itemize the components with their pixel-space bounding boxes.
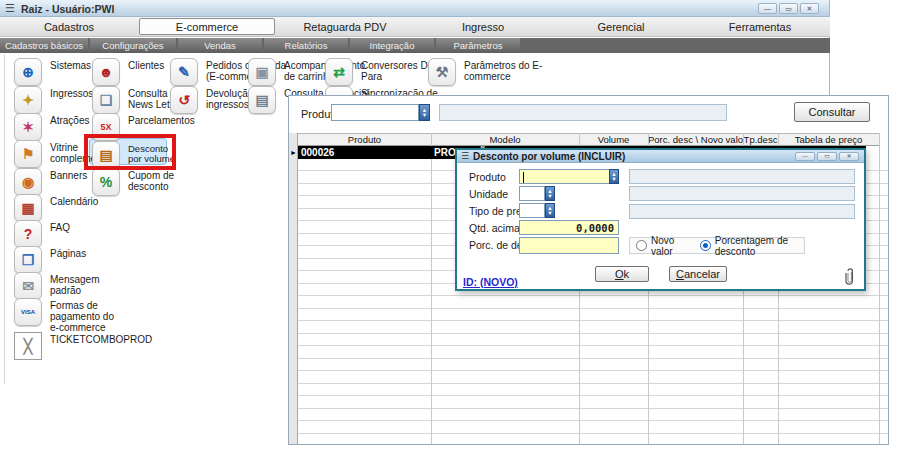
dialog-close-button[interactable]: ✕ xyxy=(839,152,859,161)
column-header-modelo[interactable]: Modelo xyxy=(431,133,579,146)
module-conversores-de-para[interactable]: ⇄Conversores De Para xyxy=(325,58,441,86)
radio-label: Porcentagem de desconto xyxy=(715,235,804,257)
ribbon-item-parametros[interactable]: Parâmetros xyxy=(436,38,520,53)
module-ticketcomboprod[interactable]: ╳TICKETCOMBOPROD xyxy=(14,332,118,360)
ribbon-item-configuracoes[interactable]: Configurações xyxy=(90,38,176,53)
produto-field-spinner[interactable]: ▲▼ xyxy=(609,169,619,184)
faq-icon: ? xyxy=(14,220,42,248)
ok-button[interactable]: Ok xyxy=(595,266,649,282)
ribbon-item-cadastros-basicos[interactable]: Cadastros básicos xyxy=(0,38,88,53)
module-formas-de-pagamento-do-e-commerce[interactable]: VISAFormas de pagamento do e-commerce xyxy=(14,298,118,333)
column-header-porc-desc-novo-valor[interactable]: Porc. desc \ Novo valor xyxy=(648,133,743,146)
payment-methods-icon: VISA xyxy=(14,298,42,326)
radio-porcentagem-de-desconto[interactable]: Porcentagem de desconto xyxy=(700,235,804,257)
tab-e-commerce[interactable]: E-commerce xyxy=(139,18,275,35)
module-mensagem-padrao[interactable]: ✉Mensagem padrão xyxy=(14,272,118,300)
module-calendario[interactable]: ▦Calendário xyxy=(14,194,118,222)
customers-icon: ☻ xyxy=(92,58,120,86)
id-novo-link[interactable]: ID: (NOVO) xyxy=(463,276,518,288)
converters-icon: ⇄ xyxy=(325,58,353,86)
tab-ingresso[interactable]: Ingresso xyxy=(414,17,552,37)
module-label: FAQ xyxy=(50,223,70,234)
showcase-icon: ⚑ xyxy=(14,140,42,168)
dialog-title: Desconto por volume (INCLUIR) xyxy=(473,151,625,162)
screen: ☰ Raiz - Usuário:PWI — ▭ ✕ CadastrosE-co… xyxy=(0,0,897,451)
dialog-restore-button[interactable]: ▭ xyxy=(817,152,837,161)
main-tab-bar: CadastrosE-commerceRetaguarda PDVIngress… xyxy=(0,17,830,37)
dialog-minimize-button[interactable]: — xyxy=(795,152,815,161)
unidade-name-display xyxy=(629,186,855,201)
module-label: Mensagem padrão xyxy=(50,275,118,297)
tickets-icon: ✦ xyxy=(14,86,42,114)
newsletter-search-icon: ❏ xyxy=(92,86,120,114)
radio-novo-valor[interactable]: Novo valor xyxy=(636,235,686,257)
column-header-tp-desc[interactable]: Tp.desc xyxy=(743,133,778,146)
module-label: Calendário xyxy=(50,197,98,208)
attachment-paperclip-icon[interactable] xyxy=(845,267,855,287)
column-separator xyxy=(431,133,432,444)
tab-retaguarda-pdv[interactable]: Retaguarda PDV xyxy=(276,17,414,37)
tab-gerencial[interactable]: Gerencial xyxy=(552,17,690,37)
ticketcomboprod-icon: ╳ xyxy=(14,332,42,360)
cancelar-button[interactable]: Cancelar xyxy=(669,266,727,282)
unidade-field-label: Unidade xyxy=(469,188,508,200)
column-header-volume[interactable]: Volume xyxy=(579,133,648,146)
tipo-preco-field-input[interactable] xyxy=(519,203,545,218)
sales-orders-icon: ✎ xyxy=(170,58,198,86)
unidade-field-spinner[interactable]: ▲▼ xyxy=(545,186,555,201)
tipo-preco-field-spinner[interactable]: ▲▼ xyxy=(545,203,555,218)
minimize-button[interactable]: — xyxy=(758,3,777,14)
highlight-box xyxy=(84,134,176,170)
tab-cadastros[interactable]: Cadastros xyxy=(0,17,138,37)
module-cupom-de-desconto[interactable]: %Cupom de desconto xyxy=(92,168,204,196)
module-parametros-do-e-commerce[interactable]: ⚒Parâmetros do E-commerce xyxy=(428,58,552,86)
produto-name-display xyxy=(629,169,855,184)
module-label: TICKETCOMBOPROD xyxy=(50,335,152,346)
ribbon-item-relatorios[interactable]: Relatórios xyxy=(264,38,348,53)
porc-field-input[interactable] xyxy=(519,237,619,254)
produto-search-input[interactable] xyxy=(331,104,419,121)
radio-unselected-icon xyxy=(636,240,647,251)
attractions-icon: ✶ xyxy=(14,113,42,141)
restore-button[interactable]: ▭ xyxy=(779,3,798,14)
module-paginas[interactable]: ❐Páginas xyxy=(14,246,118,274)
column-header-tabela-de-preco[interactable]: Tabela de preço xyxy=(778,133,879,146)
radio-label: Novo valor xyxy=(651,235,686,257)
module-faq[interactable]: ?FAQ xyxy=(14,220,118,248)
window-title: Raiz - Usuário:PWI xyxy=(21,3,114,15)
module-label: Formas de pagamento do e-commerce xyxy=(50,301,118,333)
module-label: Clientes xyxy=(128,61,164,72)
calendar-icon: ▦ xyxy=(14,194,42,222)
unidade-field-input[interactable] xyxy=(519,186,545,201)
ticket-refund-icon: ↺ xyxy=(170,86,198,114)
consultar-button[interactable]: Consultar xyxy=(794,102,870,122)
ribbon-item-integracao[interactable]: Integração xyxy=(350,38,434,53)
current-row-marker: ► xyxy=(289,146,298,159)
dialog-menu-icon[interactable]: ☰ xyxy=(461,151,469,161)
text-caret xyxy=(523,172,524,183)
produto-lookup-spinner[interactable]: ▲▼ xyxy=(419,104,430,121)
menu-icon[interactable]: ☰ xyxy=(5,2,15,15)
ribbon-item-vendas[interactable]: Vendas xyxy=(178,38,262,53)
produto-field-input[interactable] xyxy=(519,169,619,184)
default-message-icon: ✉ xyxy=(14,272,42,300)
column-header-produto[interactable]: Produto xyxy=(298,133,431,146)
pages-icon: ❐ xyxy=(14,246,42,274)
module-label: Atrações xyxy=(50,116,89,127)
ribbon-bar: Cadastros básicosConfiguraçõesVendasRela… xyxy=(0,38,830,53)
module-label: Parcelamentos xyxy=(128,116,195,127)
discount-type-radio-group: Novo valorPorcentagem de desconto xyxy=(629,237,805,254)
row-produto-cell: 000026 xyxy=(301,146,334,159)
tab-ferramentas[interactable]: Ferramentas xyxy=(690,17,830,37)
module-label: Parâmetros do E-commerce xyxy=(464,61,552,83)
module-label: Banners xyxy=(50,171,87,182)
column-separator xyxy=(879,133,880,444)
module-label: Páginas xyxy=(50,249,86,260)
discount-coupon-icon: % xyxy=(92,168,120,196)
close-button[interactable]: ✕ xyxy=(800,3,819,14)
produto-field-label: Produto xyxy=(469,171,506,183)
qtd-field-input[interactable]: 0,0000 xyxy=(519,220,619,235)
radio-selected-icon xyxy=(700,240,711,251)
module-label: Ingressos xyxy=(50,89,93,100)
management-report-icon: ▤ xyxy=(248,86,276,114)
